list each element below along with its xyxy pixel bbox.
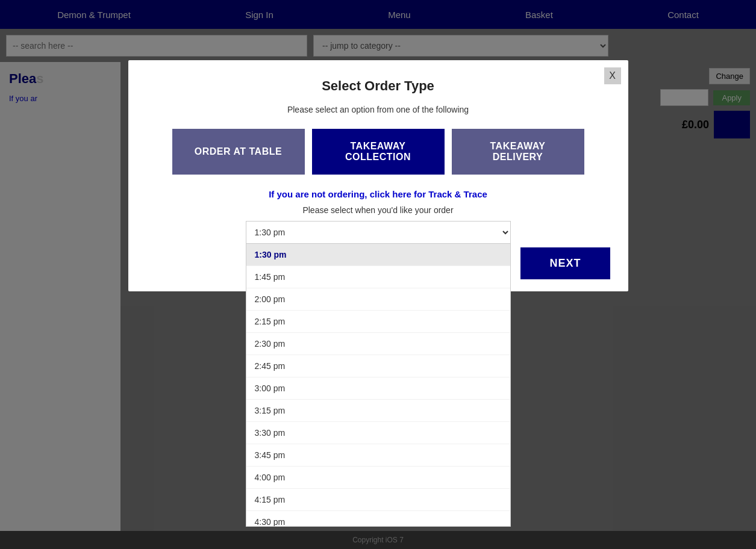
takeaway-delivery-button[interactable]: TAKEAWAY DELIVERY — [452, 129, 584, 175]
takeaway-collection-button[interactable]: TAKEAWAY COLLECTION — [312, 129, 445, 175]
takeaway-collection-line1: TAKEAWAY — [350, 141, 405, 151]
time-option[interactable]: 4:00 pm — [246, 467, 510, 489]
time-option[interactable]: 4:15 pm — [246, 489, 510, 511]
next-button[interactable]: NEXT — [520, 247, 610, 279]
time-select[interactable]: 1:30 pm1:45 pm2:00 pm2:15 pm2:30 pm2:45 … — [246, 221, 511, 244]
track-trace-modal-link[interactable]: If you are not ordering, click here for … — [146, 189, 610, 199]
time-option[interactable]: 3:15 pm — [246, 400, 510, 422]
time-dropdown-scrollarea[interactable]: 1:30 pm1:45 pm2:00 pm2:15 pm2:30 pm2:45 … — [246, 244, 510, 527]
time-option[interactable]: 1:45 pm — [246, 266, 510, 288]
time-option[interactable]: 2:15 pm — [246, 311, 510, 333]
takeaway-collection-line2: COLLECTION — [345, 152, 411, 162]
modal: Select Order Type Please select an optio… — [128, 60, 628, 291]
order-type-buttons: ORDER AT TABLE TAKEAWAY COLLECTION TAKEA… — [146, 129, 610, 175]
time-option[interactable]: 3:30 pm — [246, 422, 510, 444]
time-option[interactable]: 2:45 pm — [246, 355, 510, 377]
time-option[interactable]: 2:00 pm — [246, 288, 510, 311]
time-option[interactable]: 2:30 pm — [246, 333, 510, 355]
order-at-table-button[interactable]: ORDER AT TABLE — [172, 129, 305, 175]
time-option[interactable]: 3:00 pm — [246, 377, 510, 400]
time-select-wrapper: 1:30 pm1:45 pm2:00 pm2:15 pm2:30 pm2:45 … — [246, 221, 511, 244]
modal-title: Select Order Type — [146, 78, 610, 94]
modal-overlay: Select Order Type Please select an optio… — [0, 0, 756, 549]
time-option[interactable]: 3:45 pm — [246, 444, 510, 467]
time-option[interactable]: 1:30 pm — [246, 244, 510, 266]
time-option[interactable]: 4:30 pm — [246, 511, 510, 527]
close-button[interactable]: X — [604, 67, 621, 84]
time-dropdown-list: 1:30 pm1:45 pm2:00 pm2:15 pm2:30 pm2:45 … — [246, 244, 511, 527]
order-time-label: Please select when you'd like your order — [146, 205, 610, 215]
modal-subtitle: Please select an option from one of the … — [146, 105, 610, 114]
